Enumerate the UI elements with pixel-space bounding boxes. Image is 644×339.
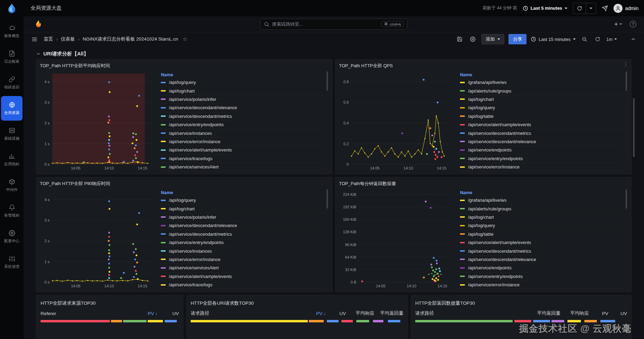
column-header[interactable]: UV bbox=[329, 311, 346, 316]
legend-header[interactable]: Name bbox=[460, 71, 623, 78]
panel-title[interactable]: TOP_Path HTTP全部平均响应时间 bbox=[40, 62, 329, 70]
legend-item[interactable]: /grafana/api/live/ws bbox=[460, 78, 623, 87]
legend-header[interactable]: Name bbox=[460, 189, 623, 196]
chart-canvas[interactable]: 00.20.40.60.814:0514:1014:15 bbox=[339, 70, 454, 171]
legend-scrollbar[interactable] bbox=[327, 71, 328, 168]
chart-area[interactable]: 0 s1 s2 s3 s4 s14:0514:1014:15 bbox=[40, 70, 155, 171]
refresh-interval-dropdown[interactable]: 1m bbox=[606, 37, 617, 42]
add-panel-button[interactable]: 添加 bbox=[481, 34, 504, 44]
legend-item[interactable]: /grafana/api/live/ws bbox=[460, 196, 623, 205]
legend-item[interactable]: /api/log/query bbox=[161, 78, 324, 87]
legend-item[interactable]: /api/alerts/rule/groups bbox=[460, 87, 623, 95]
column-header[interactable]: 平均返回量 bbox=[532, 310, 560, 316]
sidebar-item-config-center[interactable]: 配置中心 bbox=[1, 224, 23, 249]
column-header[interactable]: UV bbox=[161, 311, 179, 316]
refresh-dashboard-button[interactable] bbox=[593, 35, 602, 44]
column-header[interactable]: UV bbox=[612, 311, 627, 316]
column-header[interactable]: PV↓ bbox=[304, 311, 326, 316]
legend-item[interactable]: /api/service/descendant/relevance bbox=[460, 255, 623, 264]
column-header[interactable]: 请求路径 bbox=[191, 310, 300, 316]
legend-item[interactable]: /api/log/chart bbox=[161, 205, 324, 213]
row-toggle-uri-analysis[interactable]: URI请求分析【All】 bbox=[36, 48, 632, 59]
column-header[interactable]: 平均响应 bbox=[349, 310, 374, 316]
grafana-logo[interactable] bbox=[34, 20, 43, 29]
search-input[interactable]: 搜索或跳转至... ⌘ cmd+k bbox=[260, 19, 407, 30]
global-time-picker[interactable]: Last 5 minutes bbox=[523, 6, 567, 11]
legend-item[interactable]: /api/log/table bbox=[460, 230, 623, 238]
chart-canvas[interactable]: 0 B32 KiB64 KiB96 KiB128 KiB160 KiB192 K… bbox=[339, 188, 454, 289]
column-header[interactable]: Referer bbox=[41, 311, 132, 316]
legend-item[interactable]: /api/log/query bbox=[460, 104, 623, 112]
sidebar-item-app-metrics[interactable]: 应用指标 bbox=[1, 147, 23, 172]
legend-item[interactable]: /api/service/endpoints bbox=[460, 146, 623, 154]
legend-item[interactable]: /api/service/error/instance bbox=[460, 281, 623, 289]
table-row[interactable] bbox=[191, 320, 403, 322]
legend-item[interactable]: /api/service/instances bbox=[161, 129, 324, 137]
sidebar-item-system-admin[interactable]: 系统管理 bbox=[1, 250, 23, 275]
column-header[interactable]: 平均返回量 bbox=[378, 310, 403, 316]
panel-title[interactable]: TOP_Path每分钟返回数据量 bbox=[339, 180, 628, 188]
dashboard-scrollbar[interactable] bbox=[633, 98, 635, 157]
table-row[interactable] bbox=[41, 320, 179, 322]
chart-canvas[interactable]: 0 s1 s2 s3 s4 s14:0514:1014:15 bbox=[40, 188, 155, 289]
dashboard-time-picker[interactable]: Last 15 minutes bbox=[531, 36, 576, 42]
legend-item[interactable]: /api/service/instances bbox=[161, 247, 324, 255]
legend-item[interactable]: /api/service/descendant/relevance bbox=[161, 221, 324, 230]
legend-item[interactable]: /api/service/descendant/metrics bbox=[460, 247, 623, 255]
legend-item[interactable]: /api/alerts/rule/groups bbox=[460, 205, 623, 213]
legend-item[interactable]: /api/log/query bbox=[161, 196, 324, 205]
legend-item[interactable]: /api/service/error/instance bbox=[161, 138, 324, 146]
legend-item[interactable]: /api/service/descendant/metrics bbox=[460, 129, 623, 137]
table-row[interactable] bbox=[415, 320, 627, 322]
zoom-out-button[interactable] bbox=[580, 35, 589, 44]
legend-item[interactable]: /api/service/entry/endpoints bbox=[460, 272, 623, 281]
column-header[interactable]: 请求路径 bbox=[415, 310, 529, 316]
legend-scrollbar[interactable] bbox=[626, 189, 627, 286]
legend-header[interactable]: Name bbox=[161, 71, 324, 78]
legend-item[interactable]: /api/log/chart bbox=[460, 95, 623, 104]
sidebar-item-log-search[interactable]: 日志检索 bbox=[1, 45, 23, 69]
panel-title[interactable]: TOP_Path HTTP全部 P90响应时间 bbox=[40, 180, 329, 188]
legend-header[interactable]: Name bbox=[161, 189, 324, 196]
share-button[interactable]: 分享 bbox=[508, 34, 526, 44]
legend-item[interactable]: /api/service/entry/endpoints bbox=[161, 238, 324, 247]
legend-item[interactable]: /api/service/descendant/metrics bbox=[161, 112, 324, 121]
help-button[interactable]: ? bbox=[630, 21, 636, 27]
legend-item[interactable]: /api/service/alert/sample/events bbox=[460, 121, 623, 129]
legend-item[interactable]: /api/log/chart bbox=[161, 87, 324, 95]
legend-item[interactable]: /api/service/servicesAlert bbox=[161, 264, 324, 272]
legend-item[interactable]: /api/service/descendant/relevance bbox=[460, 138, 623, 146]
sidebar-item-trace[interactable]: 链路追踪 bbox=[1, 70, 23, 95]
legend-scrollbar[interactable] bbox=[327, 189, 328, 286]
app-logo[interactable] bbox=[0, 3, 24, 14]
dashboard-settings-button[interactable] bbox=[468, 35, 477, 44]
save-dashboard-button[interactable] bbox=[455, 35, 464, 44]
legend-item[interactable]: /api/service/descendant/metrics bbox=[161, 230, 324, 238]
legend-item[interactable]: /api/service/entry/endpoints bbox=[161, 121, 324, 129]
star-icon[interactable]: ☆ bbox=[183, 36, 187, 42]
chart-area[interactable]: 0 B32 KiB64 KiB96 KiB128 KiB160 KiB192 K… bbox=[339, 188, 454, 289]
breadcrumb-current[interactable]: NGINX请求日志分析看板 20241024 StarsL.cn bbox=[83, 36, 178, 42]
panel-title[interactable]: HTTP全部返回数据量TOP30 bbox=[415, 299, 627, 308]
legend-item[interactable]: /api/service/polaris/infer bbox=[161, 213, 324, 221]
legend-scrollbar[interactable] bbox=[626, 71, 627, 168]
sidebar-item-service-overview[interactable]: 服务概览 bbox=[1, 19, 23, 44]
sidebar-item-alert-rules[interactable]: 告警规则 bbox=[1, 199, 23, 223]
column-header[interactable]: PV bbox=[592, 311, 608, 316]
chart-canvas[interactable]: 0 s1 s2 s3 s4 s14:0514:1014:15 bbox=[40, 70, 155, 171]
legend-item[interactable]: /api/service/trace/logs bbox=[161, 155, 324, 163]
legend-item[interactable]: /api/service/alert/sample/events bbox=[161, 272, 324, 281]
legend-item[interactable]: /api/service/alert/sample/events bbox=[460, 238, 623, 247]
sidebar-item-middleware[interactable]: 中间件 bbox=[1, 173, 23, 198]
sidebar-item-global-resources[interactable]: 全局资源 bbox=[1, 96, 23, 121]
legend-item[interactable]: /api/service/servicesAlert bbox=[161, 163, 324, 171]
legend-item[interactable]: /api/service/entry/endpoints bbox=[460, 155, 623, 163]
panel-title[interactable]: TOP_Path HTTP全部 QPS bbox=[339, 62, 628, 70]
refresh-button[interactable] bbox=[573, 3, 586, 14]
chart-area[interactable]: 0 s1 s2 s3 s4 s14:0514:1014:15 bbox=[40, 188, 155, 289]
breadcrumb-dashboards[interactable]: 仪表板 bbox=[61, 36, 75, 42]
send-icon[interactable] bbox=[602, 5, 608, 11]
legend-item[interactable]: /api/log/query bbox=[460, 221, 623, 230]
refresh-interval-button[interactable] bbox=[586, 3, 596, 14]
breadcrumb-home[interactable]: 首页 bbox=[44, 36, 53, 42]
